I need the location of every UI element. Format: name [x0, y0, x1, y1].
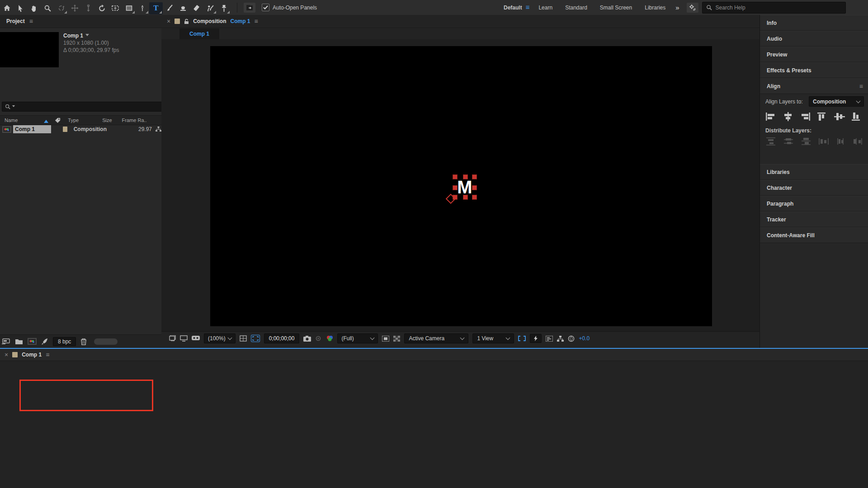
workspace-tab-standard[interactable]: Standard: [559, 5, 594, 11]
panel-tab-paragraph[interactable]: Paragraph: [760, 196, 868, 211]
exposure-icon[interactable]: [568, 335, 575, 342]
eraser-tool[interactable]: [190, 2, 203, 14]
trash-icon[interactable]: [80, 338, 87, 345]
close-panel-icon[interactable]: ×: [5, 351, 8, 358]
channels-icon[interactable]: [326, 335, 333, 342]
workspace-settings-icon[interactable]: [687, 3, 698, 13]
align-target-dropdown[interactable]: Composition: [809, 96, 864, 107]
selection-handle[interactable]: [463, 174, 468, 179]
panel-tab-character[interactable]: Character: [760, 180, 868, 196]
selection-handle[interactable]: [463, 195, 468, 200]
workspace-tab-default[interactable]: Default: [497, 5, 528, 11]
distribute-vertical-center-icon[interactable]: [783, 137, 794, 145]
panel-tab-content-aware-fill[interactable]: Content-Aware Fill: [760, 227, 868, 243]
workspace-menu-icon[interactable]: ≡: [526, 3, 530, 11]
project-row-name-cell[interactable]: Comp 1: [13, 125, 51, 133]
checkbox-checked-icon[interactable]: [262, 4, 269, 11]
column-frame-rate[interactable]: Frame Ra..: [122, 117, 147, 123]
column-size[interactable]: Size: [102, 117, 112, 123]
comp-current-time[interactable]: 0;00;00;00: [264, 333, 300, 343]
selection-tool[interactable]: [14, 2, 27, 14]
panel-tab-tracker[interactable]: Tracker: [760, 211, 868, 227]
align-panel-menu-icon[interactable]: ≡: [859, 83, 863, 90]
align-top-icon[interactable]: [817, 112, 828, 121]
used-in-comp-icon[interactable]: [156, 127, 161, 132]
interpret-footage-icon[interactable]: [2, 338, 10, 345]
open-panel-icon[interactable]: [244, 3, 255, 13]
target-region-icon[interactable]: [382, 336, 389, 342]
close-panel-icon[interactable]: ×: [167, 18, 170, 25]
project-comp-name[interactable]: Comp 1: [63, 32, 83, 39]
exposure-value[interactable]: +0.0: [579, 335, 590, 342]
distribute-bottom-icon[interactable]: [801, 137, 811, 145]
align-left-icon[interactable]: [765, 112, 776, 121]
composition-panel-menu-icon[interactable]: ≡: [255, 18, 258, 25]
fast-previews-icon[interactable]: [530, 334, 542, 343]
workspace-overflow-chevron[interactable]: »: [675, 4, 679, 11]
align-bottom-icon[interactable]: [851, 112, 862, 121]
label-tag-icon[interactable]: [55, 117, 61, 123]
magnification-dropdown[interactable]: (100%): [204, 333, 236, 343]
region-of-interest-icon[interactable]: [251, 335, 260, 342]
project-search-input[interactable]: [2, 102, 165, 112]
text-layer-selection[interactable]: M: [454, 176, 475, 198]
panel-tab-info[interactable]: Info: [760, 15, 868, 31]
show-snapshot-icon[interactable]: [315, 336, 322, 342]
pixel-aspect-correction-icon[interactable]: [518, 336, 526, 341]
align-center-vertical-icon[interactable]: [834, 112, 845, 121]
rectangle-tool[interactable]: [122, 2, 136, 14]
distribute-right-icon[interactable]: [852, 137, 862, 145]
hand-tool[interactable]: [27, 2, 41, 14]
search-help-box[interactable]: Search Help: [702, 2, 846, 14]
column-name[interactable]: Name: [5, 117, 18, 123]
rotation-tool[interactable]: [95, 2, 108, 14]
column-type[interactable]: Type: [68, 117, 79, 123]
zoom-tool[interactable]: [41, 2, 54, 14]
type-tool[interactable]: T: [149, 2, 163, 14]
sort-ascending-icon[interactable]: [44, 117, 48, 123]
composition-panel-tab[interactable]: × Composition Comp 1 ≡: [161, 15, 760, 28]
search-options-caret-icon[interactable]: [12, 105, 15, 108]
resolution-dropdown[interactable]: (Full): [337, 333, 378, 343]
workspace-tab-libraries[interactable]: Libraries: [638, 5, 672, 11]
composition-canvas[interactable]: M: [210, 46, 712, 326]
video-rendering-rocket-icon[interactable]: [41, 338, 48, 345]
panel-tab-audio[interactable]: Audio: [760, 31, 868, 47]
project-panel-tab[interactable]: Project ≡: [0, 15, 161, 28]
clone-stamp-tool[interactable]: [176, 2, 190, 14]
selection-handle[interactable]: [472, 195, 477, 200]
panel-tab-libraries[interactable]: Libraries: [760, 164, 868, 180]
distribute-top-icon[interactable]: [765, 137, 776, 145]
camera-tool[interactable]: [108, 2, 122, 14]
auto-open-panels-toggle[interactable]: Auto-Open Panels: [262, 4, 317, 11]
brush-tool[interactable]: [163, 2, 176, 14]
selection-handle[interactable]: [472, 185, 477, 190]
timeline-menu-icon[interactable]: ≡: [46, 351, 49, 358]
pen-tool[interactable]: [136, 2, 149, 14]
dolly-camera-tool[interactable]: [81, 2, 95, 14]
workspace-tab-small-screen[interactable]: Small Screen: [594, 5, 638, 11]
snapshot-camera-icon[interactable]: [303, 336, 311, 342]
timeline-tab-title[interactable]: Comp 1: [22, 352, 42, 358]
viewer-tab-comp1[interactable]: Comp 1: [179, 28, 219, 39]
always-preview-icon[interactable]: [169, 335, 176, 342]
orbit-camera-tool[interactable]: [54, 2, 68, 14]
panel-tab-effects-presets[interactable]: Effects & Presets: [760, 62, 868, 78]
transparency-grid-icon[interactable]: [393, 336, 400, 342]
vr-goggles-icon[interactable]: [192, 336, 200, 341]
thumbnail-size-slider[interactable]: [94, 338, 118, 345]
unlock-icon[interactable]: [184, 19, 189, 24]
home-icon[interactable]: [0, 2, 14, 14]
camera-dropdown[interactable]: Active Camera: [404, 333, 468, 343]
puppet-pin-tool[interactable]: [217, 2, 231, 14]
selection-handle[interactable]: [453, 185, 458, 190]
monitor-icon[interactable]: [180, 335, 188, 342]
view-layout-dropdown[interactable]: 1 View: [472, 333, 514, 343]
label-color-chip[interactable]: [63, 127, 67, 132]
pan-camera-tool[interactable]: [68, 2, 81, 14]
selection-handle[interactable]: [472, 174, 477, 179]
distribute-left-icon[interactable]: [819, 137, 829, 145]
color-depth-button[interactable]: 8 bpc: [53, 337, 76, 346]
project-panel-menu-icon[interactable]: ≡: [29, 18, 33, 25]
timeline-button-icon[interactable]: [546, 336, 553, 342]
